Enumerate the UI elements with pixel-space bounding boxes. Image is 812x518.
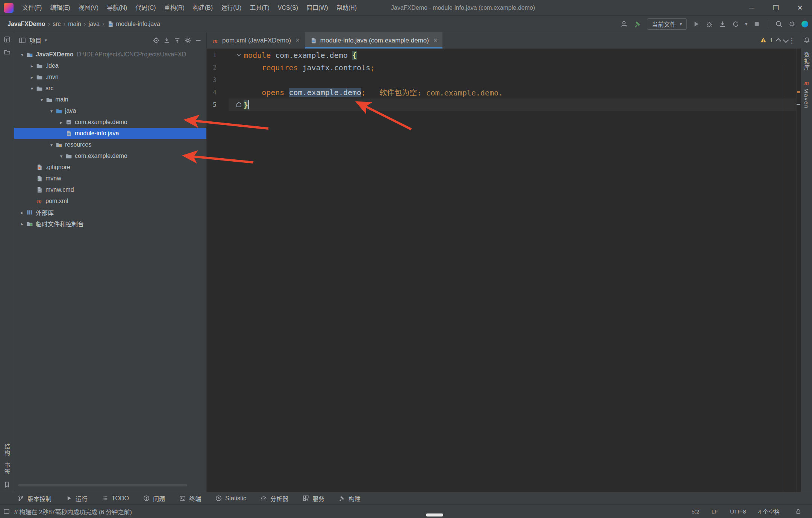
tree-item-3[interactable]: ▾src xyxy=(14,83,206,94)
code-line-3[interactable]: 3 xyxy=(207,74,796,86)
menu-item-2[interactable]: 视图(V) xyxy=(74,0,103,16)
toolwindow-button-4[interactable]: 终端 xyxy=(172,492,208,504)
settings-gear-icon[interactable] xyxy=(788,20,796,28)
horizontal-scrollbar[interactable] xyxy=(18,484,187,486)
more-runners-chevron-icon[interactable]: ▾ xyxy=(745,21,747,27)
layout-icon[interactable] xyxy=(3,508,10,515)
menu-item-3[interactable]: 导航(N) xyxy=(103,0,131,16)
line-ending[interactable]: LF xyxy=(711,508,718,515)
tree-item-1[interactable]: ▸.idea xyxy=(14,60,206,71)
editor-tab-1[interactable]: module-info.java (com.example.demo)× xyxy=(305,32,443,48)
close-icon[interactable]: × xyxy=(433,36,438,44)
toolwindow-database[interactable]: 数据库 xyxy=(803,52,810,71)
next-problem-icon[interactable] xyxy=(783,37,789,43)
maximize-icon[interactable]: ❐ xyxy=(764,0,788,16)
locate-file-icon[interactable] xyxy=(153,37,160,44)
toolwindow-button-6[interactable]: 分析器 xyxy=(253,492,295,504)
menu-item-7[interactable]: 运行(U) xyxy=(217,0,245,16)
toolwindow-button-0[interactable]: 版本控制 xyxy=(11,492,59,504)
toolwindow-button-3[interactable]: 问题 xyxy=(136,492,172,504)
menu-item-8[interactable]: 工具(T) xyxy=(245,0,273,16)
tree-item-6[interactable]: ▸com.example.demo xyxy=(14,117,206,128)
chevron-down-icon[interactable]: ▾ xyxy=(47,108,56,114)
chevron-down-icon[interactable]: ▾ xyxy=(47,142,56,148)
chevron-right-icon[interactable]: ▸ xyxy=(57,120,65,125)
menu-item-5[interactable]: 重构(R) xyxy=(160,0,189,16)
breadcrumb-0[interactable]: JavaFXDemo xyxy=(8,21,45,27)
tree-item-4[interactable]: ▾main xyxy=(14,94,206,105)
code-line-1[interactable]: 1module com.example.demo { xyxy=(207,49,796,61)
tree-item-8[interactable]: ▾resources xyxy=(14,139,206,150)
project-toolwindow-icon[interactable] xyxy=(4,36,11,43)
toolwindow-button-8[interactable]: 构建 xyxy=(332,492,368,504)
tree-item-14[interactable]: ▸外部库 xyxy=(14,207,206,218)
stop-icon[interactable] xyxy=(753,20,760,28)
breadcrumb-1[interactable]: src xyxy=(53,21,61,27)
menu-item-6[interactable]: 构建(B) xyxy=(189,0,217,16)
indent-setting[interactable]: 4 个空格 xyxy=(758,507,780,515)
hide-panel-icon[interactable] xyxy=(195,37,202,44)
toolwindow-button-7[interactable]: 服务 xyxy=(295,492,332,504)
toolwindow-button-1[interactable]: 运行 xyxy=(59,492,95,504)
tree-item-12[interactable]: mvnw.cmd xyxy=(14,184,206,195)
tree-item-9[interactable]: ▾com.example.demo xyxy=(14,150,206,162)
tree-item-0[interactable]: ▾JavaFXDemoD:\IDEAProjects\JCNCProjects\… xyxy=(14,49,206,60)
chevron-down-icon[interactable]: ▾ xyxy=(57,153,65,159)
error-stripe[interactable] xyxy=(796,49,801,492)
breadcrumb-3[interactable]: java xyxy=(89,21,100,27)
chevron-right-icon[interactable]: ▸ xyxy=(18,221,26,227)
status-message[interactable]: // 构建在 2秒87毫秒内成功完成 (6 分钟之前) xyxy=(14,507,132,516)
search-everywhere-icon[interactable] xyxy=(775,20,783,28)
expand-all-icon[interactable] xyxy=(163,37,170,44)
close-icon[interactable]: ✕ xyxy=(788,0,812,16)
run-icon[interactable] xyxy=(692,20,700,28)
breadcrumb-4[interactable]: module-info.java xyxy=(107,21,160,27)
debug-icon[interactable] xyxy=(706,20,713,28)
rerun-icon[interactable] xyxy=(732,20,739,28)
toolwindow-structure[interactable]: 结构 xyxy=(3,444,11,456)
plugin-status-icon[interactable] xyxy=(801,21,808,27)
toolwindow-maven[interactable]: m Maven xyxy=(803,79,810,109)
chevron-down-icon[interactable]: ▾ xyxy=(18,52,26,58)
menu-item-11[interactable]: 帮助(H) xyxy=(332,0,361,16)
tree-item-5[interactable]: ▾java xyxy=(14,105,206,117)
chevron-right-icon[interactable]: ▸ xyxy=(28,63,36,69)
menu-item-0[interactable]: 文件(F) xyxy=(18,0,46,16)
run-configuration-select[interactable]: 当前文件▾ xyxy=(647,18,687,30)
previous-problem-icon[interactable] xyxy=(776,38,782,44)
tree-item-10[interactable]: .gitignore xyxy=(14,162,206,173)
caret-position[interactable]: 5:2 xyxy=(692,508,700,515)
panel-settings-gear-icon[interactable] xyxy=(184,37,191,44)
collapse-all-icon[interactable] xyxy=(174,37,181,44)
toolwindow-button-2[interactable]: TODO xyxy=(95,492,136,504)
minimize-icon[interactable]: ─ xyxy=(740,0,764,16)
chevron-right-icon[interactable]: ▸ xyxy=(18,210,26,215)
project-panel-title[interactable]: 项目 xyxy=(29,36,41,45)
chevron-right-icon[interactable]: ▸ xyxy=(28,74,36,80)
editor-tab-0[interactable]: mpom.xml (JavaFXDemo)× xyxy=(207,32,305,48)
notifications-bell-icon[interactable] xyxy=(803,37,810,44)
file-encoding[interactable]: UTF-8 xyxy=(730,508,746,515)
tree-item-13[interactable]: mpom.xml xyxy=(14,195,206,207)
menu-item-9[interactable]: VCS(S) xyxy=(274,0,302,16)
close-icon[interactable]: × xyxy=(295,36,300,44)
warning-stripe-mark[interactable] xyxy=(797,91,800,93)
tree-item-7[interactable]: module-info.java xyxy=(14,128,206,139)
chevron-down-icon[interactable]: ▾ xyxy=(45,38,47,43)
chevron-down-icon[interactable]: ▾ xyxy=(28,86,36,91)
tree-item-2[interactable]: ▸.mvn xyxy=(14,71,206,83)
breadcrumb-2[interactable]: main xyxy=(68,21,81,27)
code-line-4[interactable]: 4 opens com.example.demo; 软件包为空: com.exa… xyxy=(207,86,796,98)
tree-item-15[interactable]: ▸临时文件和控制台 xyxy=(14,218,206,229)
coverage-icon[interactable] xyxy=(719,20,726,28)
inspections-widget[interactable]: 1 xyxy=(760,37,788,43)
lock-icon[interactable] xyxy=(795,508,801,515)
code-line-5[interactable]: 5} xyxy=(207,98,796,111)
code-editor[interactable]: 1module com.example.demo {2 requires jav… xyxy=(207,49,796,492)
menu-item-4[interactable]: 代码(C) xyxy=(131,0,160,16)
build-hammer-icon[interactable] xyxy=(634,20,641,28)
bookmark-icon[interactable] xyxy=(4,481,11,488)
chevron-down-icon[interactable]: ▾ xyxy=(38,97,46,103)
commit-toolwindow-icon[interactable] xyxy=(4,49,11,56)
toolwindow-button-5[interactable]: Statistic xyxy=(208,492,253,504)
